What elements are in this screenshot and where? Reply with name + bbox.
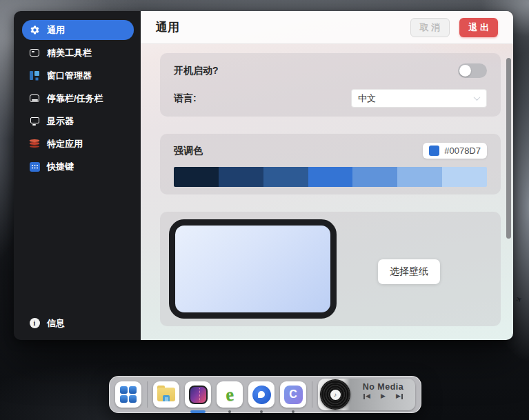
dock-item-c-app: C: [280, 381, 306, 408]
dock-item-file-explorer: [153, 381, 179, 408]
general-card: 开机启动? 语言: 中文: [160, 53, 501, 117]
dock-item-launchpad: [115, 381, 141, 408]
wallpaper-card: 选择壁纸: [160, 212, 501, 326]
autostart-toggle[interactable]: [458, 63, 487, 78]
sidebar-item-label: 信息: [47, 317, 65, 330]
scrollbar-thumb[interactable]: [506, 58, 511, 239]
c-app-icon[interactable]: C: [280, 381, 306, 408]
settings-window: 通用 精美工具栏 窗口管理器 停靠栏/任务栏 显示器 特定应用: [14, 11, 513, 340]
sidebar-item-label: 特定应用: [47, 138, 83, 150]
sidebar-item-label: 窗口管理器: [47, 70, 92, 82]
accent-hex-value: #0078D7: [444, 146, 481, 156]
previous-track-button[interactable]: ◀: [363, 393, 370, 399]
palette-swatch[interactable]: [174, 167, 219, 187]
info-icon: i: [29, 318, 40, 329]
sidebar-item-label: 通用: [47, 24, 65, 37]
launchpad-icon[interactable]: [115, 381, 141, 408]
dock-item-active-app: [185, 381, 211, 408]
accent-palette: [174, 167, 487, 187]
accent-color-chip[interactable]: #0078D7: [423, 143, 487, 159]
play-button[interactable]: ▶: [381, 393, 386, 399]
active-app-indicator: [190, 410, 206, 413]
media-widget: ♪ No Media ◀ ▶ ▶: [318, 379, 415, 410]
palette-swatch[interactable]: [308, 167, 353, 187]
cancel-button[interactable]: 取 消: [410, 18, 450, 37]
palette-swatch[interactable]: [397, 167, 442, 187]
main-panel: 通用 取 消 退 出 开机启动? 语言: 中文: [141, 11, 513, 340]
dock-separator: [312, 381, 312, 408]
next-track-button[interactable]: ▶: [396, 393, 403, 399]
palette-swatch[interactable]: [352, 167, 397, 187]
sidebar-item-dock-taskbar[interactable]: 停靠栏/任务栏: [22, 88, 134, 108]
gear-icon: [29, 25, 40, 36]
wallpaper-preview[interactable]: [169, 219, 337, 319]
chevron-down-icon: [475, 96, 480, 101]
display-icon: [29, 116, 40, 127]
browser-e-icon[interactable]: e: [217, 381, 243, 408]
exit-button[interactable]: 退 出: [459, 18, 498, 37]
palette-swatch[interactable]: [219, 167, 263, 187]
sidebar-item-info[interactable]: i 信息: [22, 313, 134, 333]
page-title: 通用: [156, 19, 179, 35]
window-manager-icon: [29, 70, 40, 81]
dock-taskbar-icon: [29, 93, 40, 104]
settings-content: 开机启动? 语言: 中文 强调色: [141, 44, 513, 340]
language-value: 中文: [358, 92, 376, 105]
toolbar-icon: [29, 48, 40, 59]
palette-swatch[interactable]: [263, 167, 308, 187]
accent-card: 强调色 #0078D7: [160, 134, 501, 194]
sidebar-item-label: 精美工具栏: [47, 47, 92, 59]
dock-item-browser: e: [217, 381, 243, 408]
desktop: ✈ 通用 精美工具栏 窗口管理器 停靠栏/任务栏: [0, 0, 529, 420]
blue-orb-icon[interactable]: [248, 381, 275, 408]
dock: e C ♪ No Media ◀ ▶ ▶: [109, 376, 421, 413]
sidebar-item-specific-apps[interactable]: 特定应用: [22, 134, 134, 154]
autostart-label: 开机启动?: [174, 65, 219, 77]
apps-stack-icon: [29, 139, 40, 150]
toggle-knob: [459, 65, 471, 77]
dock-item-blue-orb-app: [248, 381, 275, 408]
language-label: 语言:: [174, 92, 197, 105]
vinyl-record-icon[interactable]: ♪: [320, 379, 350, 410]
sidebar-item-label: 停靠栏/任务栏: [47, 92, 103, 105]
running-indicator: [260, 410, 263, 413]
sidebar-item-general[interactable]: 通用: [22, 20, 134, 40]
sidebar-item-display[interactable]: 显示器: [22, 111, 134, 131]
hotkeys-icon: [29, 161, 40, 172]
running-indicator: [292, 410, 295, 413]
sidebar-item-label: 显示器: [47, 115, 74, 128]
palette-swatch[interactable]: [442, 167, 487, 187]
panel-header: 通用 取 消 退 出: [141, 11, 513, 44]
media-status: No Media: [354, 382, 412, 392]
accent-swatch: [429, 146, 439, 156]
running-indicator: [228, 410, 231, 413]
sidebar-item-toolbar[interactable]: 精美工具栏: [22, 43, 134, 63]
accent-label: 强调色: [174, 145, 203, 157]
screen-ruler-icon[interactable]: [185, 381, 211, 408]
sidebar-item-window-manager[interactable]: 窗口管理器: [22, 66, 134, 86]
choose-wallpaper-button[interactable]: 选择壁纸: [378, 259, 440, 284]
sidebar-item-hotkeys[interactable]: 快捷键: [22, 157, 134, 177]
sidebar: 通用 精美工具栏 窗口管理器 停靠栏/任务栏 显示器 特定应用: [14, 11, 141, 340]
dock-separator: [147, 381, 148, 408]
sidebar-item-label: 快捷键: [47, 161, 74, 173]
language-select[interactable]: 中文: [351, 89, 487, 108]
folder-icon[interactable]: [153, 381, 179, 408]
